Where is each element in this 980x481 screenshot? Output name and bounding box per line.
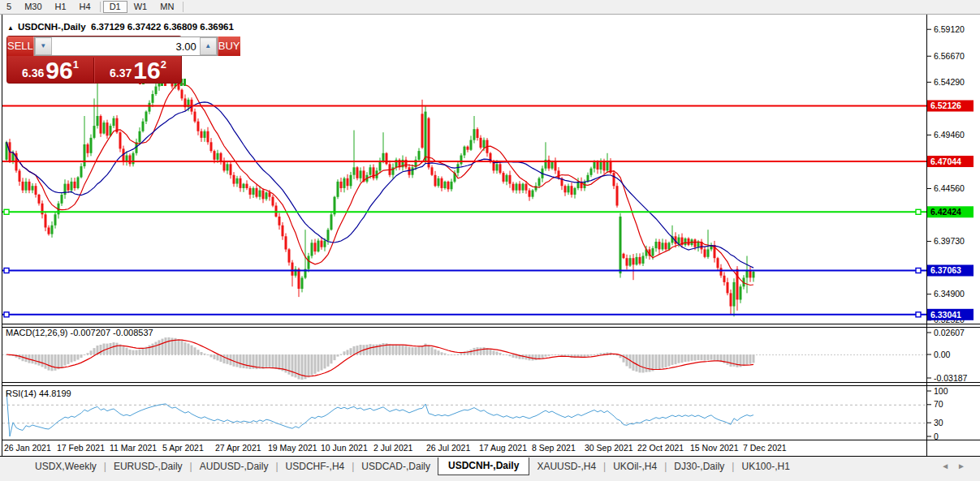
price-axis-tick: 6.56670 — [934, 51, 965, 61]
timeframe-button-D1[interactable]: D1 — [103, 1, 127, 13]
chart-ohlc-readout: 6.37129 6.37422 6.36809 6.36961 — [91, 22, 234, 32]
price-axis-tick: 6.54290 — [934, 77, 965, 87]
timeframe-button-W1[interactable]: W1 — [127, 1, 154, 13]
chart-tab-usdx-weekly[interactable]: USDX,Weekly — [28, 458, 104, 475]
date-axis-tick: 17 Aug 2021 — [479, 443, 527, 453]
buy-button[interactable]: BUY — [218, 37, 240, 56]
chart-tab-usdcnh-daily[interactable]: USDCNH-,Daily — [438, 457, 529, 475]
level-handle[interactable] — [4, 268, 9, 273]
buy-price-small: 6.37 — [110, 67, 132, 79]
date-axis-tick: 7 Dec 2021 — [743, 443, 787, 453]
one-click-trading-panel: SELL ▼ ▲ BUY 6.36 96 1 6.37 16 2 — [6, 36, 182, 84]
timeframe-button-MN[interactable]: MN — [153, 1, 180, 13]
price-axis-tick: 6.44560 — [934, 183, 965, 193]
date-axis-tick: 22 Oct 2021 — [637, 443, 684, 453]
timeframe-toolbar: 5M30H1H4D1W1MN — [0, 0, 980, 15]
macd-axis-tick: 0.00 — [934, 350, 951, 359]
trade-marker — [183, 79, 186, 86]
level-handle[interactable] — [916, 209, 921, 214]
date-axis[interactable]: 26 Jan 202117 Feb 202111 Mar 20215 Apr 2… — [4, 443, 787, 453]
macd-indicator-label: MACD(12,26,9) -0.007207 -0.008537 — [6, 328, 153, 337]
chart-tab-usdcad-daily[interactable]: USDCAD-,Daily — [354, 458, 438, 475]
sell-price-display[interactable]: 6.36 96 1 — [7, 58, 94, 83]
chart-tab-audusd-daily[interactable]: AUDUSD-,Daily — [192, 458, 276, 475]
chart-tab-ukoil-h4[interactable]: UKOil-,H4 — [606, 458, 664, 475]
price-axis-tick: 6.34900 — [934, 289, 965, 298]
date-axis-tick: 19 May 2021 — [268, 443, 317, 453]
chart-tab-uk100-h1[interactable]: UK100-,H1 — [734, 458, 797, 475]
date-axis-tick: 8 Sep 2021 — [532, 443, 576, 453]
level-handle[interactable] — [4, 209, 9, 214]
price-axis-tick: 6.59120 — [934, 24, 965, 34]
price-axis-tick: 6.39730 — [934, 236, 965, 246]
svg-text:6.52126: 6.52126 — [930, 101, 961, 110]
timeframe-button-H4[interactable]: H4 — [73, 1, 97, 13]
toolbar-separator — [183, 2, 183, 12]
rsi-axis-tick: 0 — [934, 432, 939, 441]
price-axis-tick: 6.49460 — [934, 130, 965, 140]
tab-scroll-right-icon[interactable]: ► — [957, 462, 974, 470]
sell-price-sup: 1 — [73, 58, 79, 71]
chart-tab-bar: USDX,Weekly|EURUSD-,Daily|AUDUSD-,Daily|… — [0, 457, 980, 481]
timeframe-button-M30[interactable]: M30 — [18, 1, 48, 13]
volume-increase-button[interactable]: ▲ — [200, 37, 217, 55]
rsi-axis-tick: 100 — [934, 386, 948, 396]
date-axis-tick: 11 Mar 2021 — [110, 443, 157, 453]
buy-price-sup: 2 — [161, 58, 166, 71]
rsi-axis-tick: 30 — [934, 418, 943, 427]
rsi-indicator-label: RSI(14) 44.8199 — [6, 389, 71, 398]
volume-input[interactable] — [52, 37, 200, 55]
date-axis-tick: 26 Jan 2021 — [4, 443, 51, 453]
svg-text:6.47044: 6.47044 — [930, 157, 961, 166]
date-axis-tick: 15 Nov 2021 — [690, 443, 739, 453]
timeframe-button-H1[interactable]: H1 — [49, 1, 73, 13]
timeframe-button-5[interactable]: 5 — [0, 1, 18, 13]
macd-axis-tick: 0.02607 — [934, 328, 965, 337]
sell-price-small: 6.36 — [22, 67, 44, 79]
date-axis-tick: 17 Feb 2021 — [57, 443, 105, 453]
sell-price-big: 96 — [45, 59, 72, 82]
buy-price-display[interactable]: 6.37 16 2 — [94, 58, 181, 83]
sell-button[interactable]: SELL — [7, 37, 34, 56]
chart-title: USDCNH-,Daily — [18, 22, 86, 32]
level-handle[interactable] — [916, 268, 921, 273]
date-axis-tick: 5 Apr 2021 — [162, 443, 204, 453]
chart-tab-usdchf-h4[interactable]: USDCHF-,H4 — [278, 458, 352, 475]
chart-header: ▲USDCNH-,Daily 6.37129 6.37422 6.36809 6… — [7, 22, 234, 32]
chart-tab-eurusd-daily[interactable]: EURUSD-,Daily — [106, 458, 190, 475]
date-axis-tick: 2 Jul 2021 — [373, 443, 413, 453]
collapse-panel-icon[interactable]: ▲ — [7, 24, 14, 32]
chart-tab-dj30-daily[interactable]: DJ30-,Daily — [667, 458, 732, 475]
date-axis-tick: 27 Apr 2021 — [215, 443, 261, 453]
date-axis-tick: 10 Jun 2021 — [321, 443, 368, 453]
rsi-axis-tick: 70 — [934, 399, 943, 409]
chart-tabs: USDX,Weekly|EURUSD-,Daily|AUDUSD-,Daily|… — [0, 457, 797, 475]
volume-spinner: ▼ ▲ — [34, 37, 218, 56]
level-handle[interactable] — [4, 312, 9, 317]
tab-scroll-left-icon[interactable]: ◄ — [941, 462, 957, 470]
macd-axis-tick: -0.03187 — [934, 373, 968, 383]
level-handle[interactable] — [916, 312, 921, 317]
buy-price-big: 16 — [133, 59, 160, 82]
svg-text:6.33041: 6.33041 — [930, 310, 961, 320]
volume-decrease-button[interactable]: ▼ — [35, 37, 52, 55]
date-axis-tick: 26 Jul 2021 — [426, 443, 470, 453]
date-axis-tick: 30 Sep 2021 — [585, 443, 633, 453]
svg-text:6.37063: 6.37063 — [930, 265, 961, 275]
svg-text:6.42424: 6.42424 — [930, 207, 961, 217]
chart-tab-xauusd-h4[interactable]: XAUUSD-,H4 — [529, 458, 603, 475]
toolbar-separator — [100, 2, 101, 12]
